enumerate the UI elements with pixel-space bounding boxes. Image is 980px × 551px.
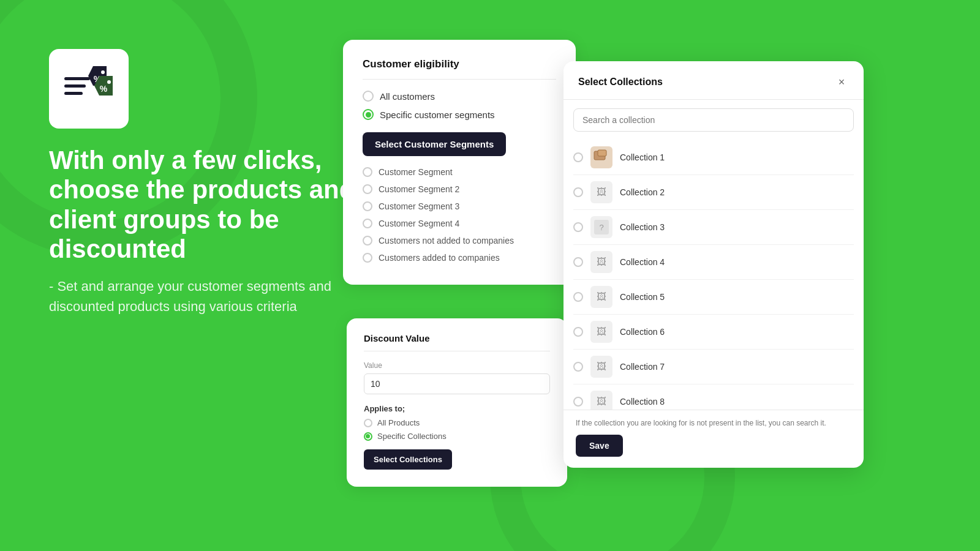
segment-label-2: Customer Segment 2 — [379, 184, 459, 194]
select-collections-button[interactable]: Select Collections — [364, 449, 452, 470]
left-section: % % With only a few clicks, choose the p… — [49, 49, 355, 317]
radio-all-customers-label: All customers — [380, 91, 435, 102]
discount-value-field: Value — [364, 361, 550, 394]
radio-all-customers[interactable]: All customers — [363, 91, 556, 102]
coll-radio-4 — [573, 257, 583, 267]
collection-item-1[interactable]: Collection 1 — [573, 140, 854, 175]
coll-name-4: Collection 4 — [620, 257, 665, 267]
segment-radio-3 — [363, 201, 372, 211]
collection-search-input[interactable] — [573, 108, 854, 132]
coll-name-3: Collection 3 — [620, 222, 665, 232]
logo-icon: % % — [61, 66, 116, 112]
collection-item-8[interactable]: 🖼 Collection 8 — [573, 384, 854, 410]
broken-img-4: 🖼 — [597, 257, 606, 268]
segment-item-5[interactable]: Customers not added to companies — [363, 236, 556, 246]
coll-name-1: Collection 1 — [620, 152, 665, 162]
svg-rect-8 — [598, 150, 606, 156]
applies-all-products[interactable]: All Products — [364, 418, 550, 427]
coll-thumb-3: ? — [590, 216, 612, 238]
segment-radio-1 — [363, 167, 372, 177]
collection-item-7[interactable]: 🖼 Collection 7 — [573, 350, 854, 384]
coll-radio-5 — [573, 292, 583, 302]
applies-to-section: Applies to; All Products Specific Collec… — [364, 404, 550, 441]
radio-specific-segments[interactable]: Specific customer segments — [363, 109, 556, 120]
coll-name-5: Collection 5 — [620, 292, 665, 302]
coll-thumb-8: 🖼 — [590, 391, 612, 410]
applies-all-label: All Products — [377, 418, 420, 427]
collection-item-6[interactable]: 🖼 Collection 6 — [573, 315, 854, 350]
segment-item-4[interactable]: Customer Segment 4 — [363, 219, 556, 228]
customer-eligibility-card: Customer eligibility All customers Speci… — [343, 40, 576, 285]
eligibility-radio-group: All customers Specific customer segments — [363, 91, 556, 120]
subtext: - Set and arrange your customer segments… — [49, 276, 355, 317]
modal-footer: If the collection you are looking for is… — [564, 410, 864, 468]
broken-img-5: 🖼 — [597, 291, 606, 302]
coll-radio-6 — [573, 327, 583, 337]
coll-radio-1 — [573, 152, 583, 162]
value-label: Value — [364, 361, 550, 370]
select-collections-modal: Select Collections × Collection 1 🖼 Coll… — [564, 61, 864, 468]
collection-item-5[interactable]: 🖼 Collection 5 — [573, 280, 854, 315]
applies-specific-collections[interactable]: Specific Collections — [364, 432, 550, 441]
segment-radio-5 — [363, 236, 372, 246]
modal-close-button[interactable]: × — [834, 75, 849, 89]
radio-all-customers-circle — [363, 91, 374, 102]
segment-item-3[interactable]: Customer Segment 3 — [363, 201, 556, 211]
headline: With only a few clicks, choose the produ… — [49, 146, 355, 264]
segment-label-3: Customer Segment 3 — [379, 201, 459, 211]
applies-specific-label: Specific Collections — [377, 432, 447, 441]
coll-radio-7 — [573, 362, 583, 372]
coll-thumb-6: 🖼 — [590, 321, 612, 343]
footer-hint: If the collection you are looking for is… — [576, 419, 851, 427]
svg-text:?: ? — [599, 223, 603, 232]
coll-thumb-1 — [590, 146, 612, 168]
coll-radio-2 — [573, 187, 583, 197]
svg-point-3 — [101, 70, 105, 74]
coll-name-6: Collection 6 — [620, 327, 665, 337]
collection-item-4[interactable]: 🖼 Collection 4 — [573, 245, 854, 280]
segment-list: Customer Segment Customer Segment 2 Cust… — [363, 167, 556, 263]
applies-options: All Products Specific Collections — [364, 418, 550, 441]
applies-to-label: Applies to; — [364, 404, 550, 413]
svg-rect-2 — [64, 92, 83, 95]
segment-item-6[interactable]: Customers added to companies — [363, 253, 556, 263]
broken-img-6: 🖼 — [597, 326, 606, 337]
segment-radio-6 — [363, 253, 372, 263]
select-segments-button[interactable]: Select Customer Segments — [363, 132, 506, 156]
collection-list: Collection 1 🖼 Collection 2 ? Collection… — [564, 140, 864, 410]
applies-all-radio — [364, 419, 372, 427]
collection-item-2[interactable]: 🖼 Collection 2 — [573, 175, 854, 210]
svg-point-5 — [107, 80, 111, 84]
modal-header: Select Collections × — [564, 61, 864, 100]
broken-img-7: 🖼 — [597, 361, 606, 372]
svg-text:%: % — [100, 84, 108, 94]
radio-specific-segments-label: Specific customer segments — [380, 110, 495, 120]
applies-specific-radio — [364, 432, 372, 441]
coll-thumb-5: 🖼 — [590, 286, 612, 308]
radio-specific-segments-circle — [363, 109, 374, 120]
segment-radio-4 — [363, 219, 372, 228]
svg-rect-0 — [64, 77, 90, 80]
discount-value-card: Discount Value Value Applies to; All Pro… — [347, 318, 567, 487]
discount-title: Discount Value — [364, 333, 550, 351]
save-button[interactable]: Save — [576, 435, 623, 457]
segment-item-2[interactable]: Customer Segment 2 — [363, 184, 556, 194]
coll-thumb-4: 🖼 — [590, 251, 612, 273]
collection-item-3[interactable]: ? Collection 3 — [573, 210, 854, 245]
segment-radio-2 — [363, 184, 372, 194]
coll-thumb-2: 🖼 — [590, 181, 612, 203]
svg-rect-1 — [64, 84, 86, 88]
segment-label-1: Customer Segment — [379, 167, 453, 177]
coll-name-7: Collection 7 — [620, 362, 665, 372]
coll-thumb-7: 🖼 — [590, 356, 612, 378]
coll-name-8: Collection 8 — [620, 397, 665, 407]
modal-title: Select Collections — [578, 77, 663, 88]
segment-label-6: Customers added to companies — [379, 253, 500, 263]
value-input[interactable] — [364, 373, 550, 394]
eligibility-title: Customer eligibility — [363, 58, 556, 80]
segment-label-5: Customers not added to companies — [379, 236, 514, 246]
segment-item-1[interactable]: Customer Segment — [363, 167, 556, 177]
broken-img-2: 🖼 — [597, 187, 606, 198]
logo-box: % % — [49, 49, 129, 129]
segment-label-4: Customer Segment 4 — [379, 219, 459, 228]
